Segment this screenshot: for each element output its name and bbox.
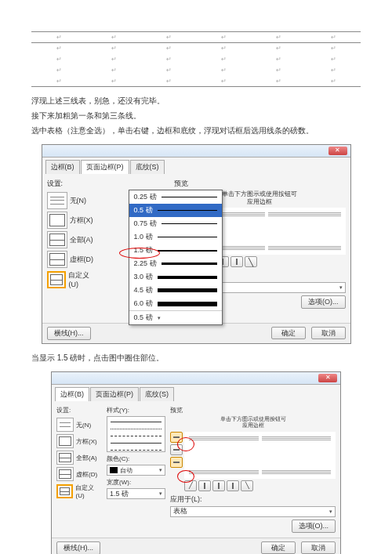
annotation-circle-bottom [177, 470, 194, 483]
hline-button[interactable]: 横线(H)... [47, 327, 91, 340]
setting-box-icon[interactable] [47, 212, 67, 229]
preview-label: 预览 [174, 179, 346, 189]
cancel-button[interactable]: 取消 [311, 327, 346, 339]
settings-label: 设置: [47, 179, 98, 189]
border-diag2-button[interactable]: ╲ [241, 480, 253, 491]
close-icon[interactable]: ✕ [328, 147, 347, 155]
hline-button[interactable]: 横线(H)... [56, 541, 100, 554]
annotation-circle-top [177, 437, 194, 451]
border-right-button[interactable] [230, 256, 243, 267]
setting-box-icon[interactable] [56, 434, 74, 448]
setting-all-icon[interactable] [47, 231, 67, 248]
paragraph-2: 接下来加粗第一条和第三条线。 [31, 110, 361, 121]
cancel-button[interactable]: 取消 [301, 541, 336, 554]
setting-grid-icon[interactable] [56, 467, 74, 481]
dialog-titlebar[interactable]: ✕ [42, 145, 350, 158]
setting-all-icon[interactable] [56, 451, 74, 465]
tab-shading[interactable]: 底纹(S) [130, 160, 165, 174]
ok-button[interactable]: 确定 [271, 327, 306, 339]
borders-dialog-2: ✕ 边框(B) 页面边框(P) 底纹(S) 设置: 无(N) 方框(X) 全部(… [51, 371, 341, 554]
tab-border[interactable]: 边框(B) [45, 160, 80, 174]
tab-shading[interactable]: 底纹(S) [140, 387, 174, 401]
color-combo[interactable]: 自动▾ [107, 465, 165, 476]
setting-custom-icon[interactable] [47, 271, 67, 288]
options-button[interactable]: 选项(O)... [301, 295, 346, 309]
tab-page-border[interactable]: 页面边框(P) [90, 387, 139, 401]
paragraph-4: 当显示 1.5 磅时，点击图中圈住部位。 [31, 352, 361, 364]
three-line-sample-table: ↵↵↵↵↵↵ ↵↵↵↵↵↵ ↵↵↵↵↵↵ ↵↵↵↵↵↵ ↵↵↵↵↵↵ [31, 31, 361, 87]
border-left-button[interactable] [198, 480, 211, 491]
style-listbox[interactable] [107, 416, 165, 452]
width-combo[interactable]: 1.5 磅▾ [107, 488, 165, 499]
options-button[interactable]: 选项(O)... [292, 520, 336, 533]
preview-diagram[interactable] [184, 432, 336, 479]
close-icon[interactable]: ✕ [318, 374, 337, 382]
ok-button[interactable]: 确定 [261, 541, 296, 554]
setting-custom-icon[interactable] [56, 484, 73, 498]
paragraph-3: 选中表格（注意全选），单击右键，边框和底纹，浮现对话框后选用线条的磅数。 [31, 125, 361, 136]
border-bottom-button[interactable] [170, 457, 183, 468]
apply-to-combo[interactable]: 表格▾ [170, 506, 336, 517]
tab-page-border[interactable]: 页面边框(P) [81, 160, 129, 174]
paragraph-1: 浮现上述三线表，别急，还没有完毕。 [31, 95, 361, 107]
border-diag2-button[interactable]: ╲ [245, 256, 257, 267]
border-vmid-button[interactable] [212, 480, 225, 491]
tab-border[interactable]: 边框(B) [55, 387, 89, 401]
setting-none-icon[interactable] [56, 418, 74, 432]
border-right-button[interactable] [227, 480, 239, 491]
setting-grid-icon[interactable] [47, 251, 67, 268]
dialog-titlebar[interactable]: ✕ [52, 372, 340, 385]
borders-dialog-1: ✕ 边框(B) 页面边框(P) 底纹(S) 设置: 无(N) 方框(X) 全部(… [42, 144, 351, 344]
setting-none-icon[interactable] [47, 192, 67, 209]
annotation-circle [119, 248, 160, 259]
